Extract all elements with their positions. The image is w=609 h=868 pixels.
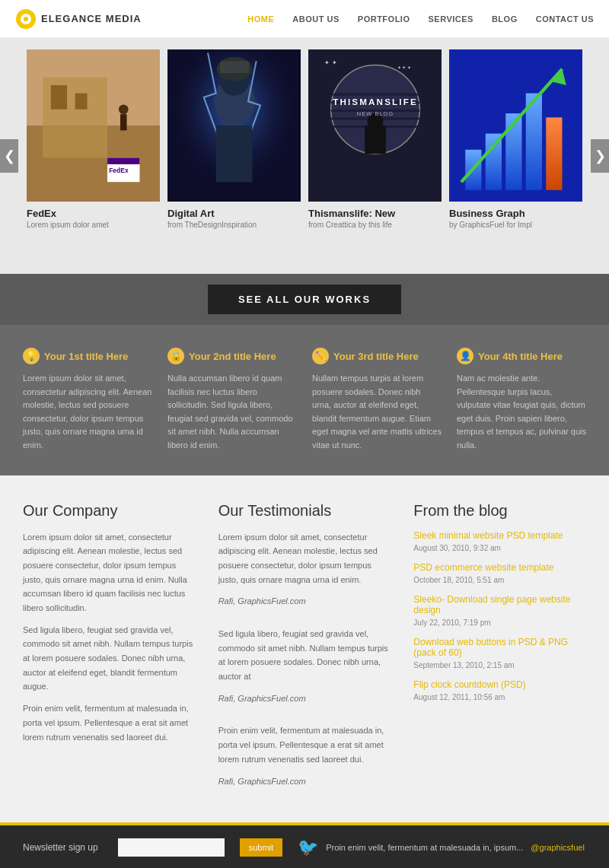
blog-date-5: August 12, 2011, 10:56 am: [413, 693, 505, 701]
blog-link-4[interactable]: Download web buttons in PSD & PNG (pack …: [413, 637, 586, 658]
company-column: Our Company Lorem ipsum dolor sit amet, …: [23, 502, 196, 796]
portfolio-caption-fedex: FedEx Lorem ipsum dolor amet: [27, 202, 160, 232]
blog-date-2: October 18, 2010, 5:51 am: [413, 576, 504, 584]
feature-2-icon: 🔒: [167, 348, 184, 364]
testimonials-column: Our Testimonials Lorem ipsum dolor sit a…: [218, 502, 391, 796]
testimonial-3-author: Rafi, GraphicsFuel.com: [218, 774, 391, 789]
nav-about[interactable]: ABOUT US: [292, 14, 339, 24]
see-all-section: SEE ALL OUR WORKS: [0, 274, 609, 325]
blog-title: From the blog: [413, 502, 586, 520]
testimonial-3-text: Proin enim velit, fermentum at malesuada…: [218, 723, 391, 766]
svg-rect-23: [220, 61, 249, 73]
portfolio-grid: FedEx FedEx Lorem ipsum dolor amet: [0, 38, 609, 274]
portfolio-item-thismans: THISMANSLIFE NEW BLOG ✦ ✦ ✦ ✦ ✦ Thismans…: [308, 49, 442, 262]
main-nav: HOME ABOUT US PORTFOLIO SERVICES BLOG CO…: [247, 14, 594, 24]
blog-column: From the blog Sleek minimal website PSD …: [413, 502, 586, 796]
feature-3-text: Nullam tempus turpis at lorem posuere so…: [312, 372, 442, 453]
portfolio-caption-digital: Digital Art from TheDesignInspiration: [167, 202, 301, 232]
portfolio-item-business: Business Graph by GraphicsFuel for Impl: [449, 49, 582, 262]
blog-item-2: PSD ecommerce website template October 1…: [413, 562, 586, 585]
portfolio-slider: ❮ FedEx: [0, 38, 609, 274]
blog-link-1[interactable]: Sleek minimal website PSD template: [413, 530, 586, 541]
svg-text:FedEx: FedEx: [109, 167, 129, 174]
blog-link-2[interactable]: PSD ecommerce website template: [413, 562, 586, 573]
svg-rect-10: [51, 85, 67, 110]
portfolio-title-thismans: Thismanslife: New: [308, 208, 442, 219]
twitter-handle: @graphicsfuel: [531, 843, 584, 852]
portfolio-sub-business: by GraphicsFuel for Impl: [449, 221, 582, 229]
portfolio-thumb-digital: [167, 49, 301, 202]
portfolio-sub-thismans: from Creattica by this life: [308, 221, 442, 229]
nav-portfolio[interactable]: PORTFOLIO: [358, 14, 410, 24]
company-para-3: Proin enim velit, fermentum at malesuada…: [23, 701, 196, 744]
twitter-text: Proin enim velit, fermentum at malesuada…: [326, 843, 523, 852]
main-content: Our Company Lorem ipsum dolor sit amet, …: [0, 475, 609, 823]
logo: ELEGANCE MEDIA: [15, 8, 247, 30]
feature-2-title: 🔒 Your 2nd title Here: [167, 348, 297, 364]
feature-1-title: 💡 Your 1st title Here: [23, 348, 152, 364]
blog-item-4: Download web buttons in PSD & PNG (pack …: [413, 637, 586, 670]
twitter-section: 🐦 Proin enim velit, fermentum at malesua…: [298, 838, 586, 857]
slider-prev-button[interactable]: ❮: [0, 139, 18, 173]
svg-rect-27: [331, 94, 420, 96]
svg-rect-11: [75, 94, 88, 110]
header: ELEGANCE MEDIA HOME ABOUT US PORTFOLIO S…: [0, 0, 609, 38]
svg-point-12: [119, 104, 129, 114]
twitter-icon: 🐦: [298, 838, 318, 857]
testimonial-2-author: Rafi, GraphicsFuel.com: [218, 692, 391, 706]
slider-next-button[interactable]: ❯: [591, 139, 609, 173]
feature-3-title: ✏️ Your 3rd title Here: [312, 348, 442, 364]
svg-rect-15: [107, 157, 139, 164]
nav-home[interactable]: HOME: [247, 14, 274, 24]
testimonial-1-text: Lorem ipsum dolor sit amet, consectetur …: [218, 530, 391, 587]
portfolio-thumb-thismans: THISMANSLIFE NEW BLOG ✦ ✦ ✦ ✦ ✦: [308, 49, 442, 202]
blog-link-5[interactable]: Flip clock countdown (PSD): [413, 679, 586, 690]
portfolio-sub-fedex: Lorem ipsum dolor amet: [27, 221, 160, 229]
portfolio-caption-business: Business Graph by GraphicsFuel for Impl: [449, 202, 582, 232]
newsletter-label: Newsletter sign up: [23, 842, 98, 853]
nav-blog[interactable]: BLOG: [492, 14, 518, 24]
feature-2: 🔒 Your 2nd title Here Nulla accumsan lib…: [167, 348, 297, 453]
portfolio-title-business: Business Graph: [449, 208, 582, 219]
logo-icon: [15, 8, 37, 30]
nav-services[interactable]: SERVICES: [428, 14, 473, 24]
feature-1: 💡 Your 1st title Here Lorem ipsum dolor …: [23, 348, 152, 453]
feature-4-title: 👤 Your 4th title Here: [457, 348, 586, 364]
feature-1-icon: 💡: [23, 348, 40, 364]
svg-rect-43: [546, 117, 562, 189]
company-title: Our Company: [23, 502, 196, 520]
portfolio-thumb-business: [449, 49, 582, 202]
svg-point-2: [24, 17, 28, 21]
newsletter-submit-button[interactable]: submit: [240, 838, 282, 857]
testimonials-title: Our Testimonials: [218, 502, 391, 520]
svg-rect-40: [486, 134, 502, 190]
svg-text:THISMANSLIFE: THISMANSLIFE: [333, 97, 418, 107]
company-para-2: Sed ligula libero, feugiat sed gravida v…: [23, 623, 196, 694]
svg-text:✦ ✦: ✦ ✦: [324, 59, 336, 66]
blog-item-5: Flip clock countdown (PSD) August 12, 20…: [413, 679, 586, 702]
feature-4-icon: 👤: [457, 348, 473, 364]
see-all-button[interactable]: SEE ALL OUR WORKS: [208, 285, 401, 314]
blog-item-1: Sleek minimal website PSD template Augus…: [413, 530, 586, 553]
portfolio-thumb-fedex: FedEx: [27, 49, 160, 202]
svg-rect-32: [365, 126, 386, 154]
blog-date-3: July 22, 2010, 7:19 pm: [413, 618, 490, 627]
newsletter-input[interactable]: [118, 838, 225, 857]
portfolio-title-digital: Digital Art: [167, 208, 301, 219]
blog-item-3: Sleeko- Download single page website des…: [413, 594, 586, 628]
blog-date-4: September 13, 2010, 2:15 am: [413, 661, 514, 669]
nav-contact[interactable]: CONTACT US: [536, 14, 594, 24]
svg-rect-13: [120, 114, 126, 130]
company-para-1: Lorem ipsum dolor sit amet, consectetur …: [23, 530, 196, 615]
svg-text:NEW BLOG: NEW BLOG: [357, 110, 394, 117]
testimonial-1-author: Rafi, GraphicsFuel.com: [218, 594, 391, 609]
feature-3-icon: ✏️: [312, 348, 329, 364]
feature-4-text: Nam ac molestie ante. Pellentesque turpi…: [457, 372, 586, 453]
feature-1-text: Lorem ipsum dolor sit amet, consectetur …: [23, 372, 152, 453]
logo-text: ELEGANCE MEDIA: [41, 13, 142, 24]
svg-rect-21: [216, 126, 253, 182]
blog-link-3[interactable]: Sleeko- Download single page website des…: [413, 594, 586, 615]
portfolio-caption-thismans: Thismanslife: New from Creattica by this…: [308, 202, 442, 232]
feature-2-text: Nulla accumsan libero id quam facilisis …: [167, 372, 297, 453]
portfolio-item-fedex: FedEx FedEx Lorem ipsum dolor amet: [27, 49, 160, 262]
